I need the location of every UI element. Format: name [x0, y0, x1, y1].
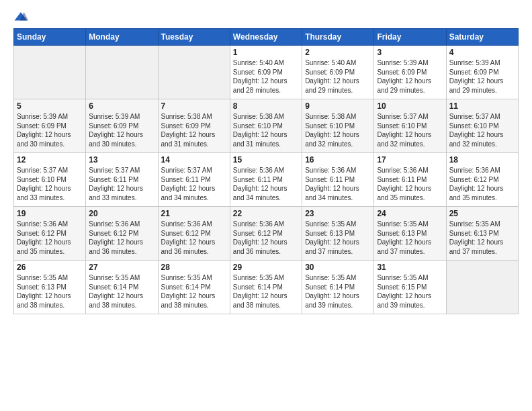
day-info: Sunrise: 5:37 AM Sunset: 6:11 PM Dayligh… [161, 166, 227, 202]
day-info: Sunrise: 5:36 AM Sunset: 6:11 PM Dayligh… [305, 166, 371, 202]
day-info: Sunrise: 5:35 AM Sunset: 6:13 PM Dayligh… [17, 273, 83, 310]
day-cell: 13Sunrise: 5:37 AM Sunset: 6:11 PM Dayli… [86, 153, 158, 207]
day-number: 12 [17, 155, 83, 165]
day-number: 8 [233, 101, 299, 111]
day-number: 25 [449, 209, 515, 218]
day-cell: 18Sunrise: 5:36 AM Sunset: 6:12 PM Dayli… [446, 153, 518, 207]
day-cell: 27Sunrise: 5:35 AM Sunset: 6:14 PM Dayli… [86, 261, 158, 314]
day-number: 20 [89, 209, 154, 218]
day-number: 26 [17, 263, 83, 272]
logo-icon [13, 11, 28, 23]
day-number: 29 [233, 263, 299, 272]
day-info: Sunrise: 5:36 AM Sunset: 6:11 PM Dayligh… [233, 166, 299, 202]
calendar-table: SundayMondayTuesdayWednesdayThursdayFrid… [13, 28, 519, 314]
day-info: Sunrise: 5:40 AM Sunset: 6:09 PM Dayligh… [233, 58, 299, 95]
week-row-4: 19Sunrise: 5:36 AM Sunset: 6:12 PM Dayli… [14, 207, 519, 261]
day-number: 31 [377, 263, 443, 272]
day-number: 11 [449, 101, 515, 111]
day-cell [86, 46, 158, 99]
day-number: 19 [17, 209, 83, 218]
day-info: Sunrise: 5:35 AM Sunset: 6:15 PM Dayligh… [377, 273, 443, 310]
week-row-5: 26Sunrise: 5:35 AM Sunset: 6:13 PM Dayli… [14, 261, 519, 314]
day-number: 13 [89, 155, 154, 165]
day-cell: 7Sunrise: 5:38 AM Sunset: 6:09 PM Daylig… [158, 99, 230, 153]
page: SundayMondayTuesdayWednesdayThursdayFrid… [0, 0, 532, 325]
day-cell: 8Sunrise: 5:38 AM Sunset: 6:10 PM Daylig… [230, 99, 302, 153]
day-cell [158, 46, 230, 99]
day-cell: 16Sunrise: 5:36 AM Sunset: 6:11 PM Dayli… [302, 153, 374, 207]
day-info: Sunrise: 5:35 AM Sunset: 6:14 PM Dayligh… [89, 273, 154, 310]
day-cell: 26Sunrise: 5:35 AM Sunset: 6:13 PM Dayli… [14, 261, 86, 314]
day-cell: 10Sunrise: 5:37 AM Sunset: 6:10 PM Dayli… [374, 99, 446, 153]
day-number: 16 [305, 155, 371, 165]
day-info: Sunrise: 5:38 AM Sunset: 6:10 PM Dayligh… [305, 112, 371, 148]
day-cell: 2Sunrise: 5:40 AM Sunset: 6:09 PM Daylig… [302, 46, 374, 99]
day-cell: 28Sunrise: 5:35 AM Sunset: 6:14 PM Dayli… [158, 261, 230, 314]
day-cell: 23Sunrise: 5:35 AM Sunset: 6:13 PM Dayli… [302, 207, 374, 261]
day-number: 28 [161, 263, 227, 272]
day-cell: 17Sunrise: 5:36 AM Sunset: 6:11 PM Dayli… [374, 153, 446, 207]
day-info: Sunrise: 5:36 AM Sunset: 6:12 PM Dayligh… [17, 220, 83, 256]
day-number: 15 [233, 155, 299, 165]
day-info: Sunrise: 5:36 AM Sunset: 6:12 PM Dayligh… [89, 220, 154, 256]
day-cell: 19Sunrise: 5:36 AM Sunset: 6:12 PM Dayli… [14, 207, 86, 261]
day-number: 14 [161, 155, 227, 165]
day-info: Sunrise: 5:35 AM Sunset: 6:14 PM Dayligh… [233, 273, 299, 310]
day-cell: 6Sunrise: 5:39 AM Sunset: 6:09 PM Daylig… [86, 99, 158, 153]
day-info: Sunrise: 5:40 AM Sunset: 6:09 PM Dayligh… [305, 58, 371, 95]
col-header-tuesday: Tuesday [158, 29, 230, 46]
day-info: Sunrise: 5:35 AM Sunset: 6:13 PM Dayligh… [377, 220, 443, 256]
col-header-monday: Monday [86, 29, 158, 46]
day-number: 9 [305, 101, 371, 111]
col-header-wednesday: Wednesday [230, 29, 302, 46]
day-info: Sunrise: 5:36 AM Sunset: 6:12 PM Dayligh… [449, 166, 515, 202]
day-info: Sunrise: 5:36 AM Sunset: 6:12 PM Dayligh… [161, 220, 227, 256]
day-info: Sunrise: 5:35 AM Sunset: 6:14 PM Dayligh… [161, 273, 227, 310]
day-info: Sunrise: 5:37 AM Sunset: 6:10 PM Dayligh… [377, 112, 443, 148]
day-number: 18 [449, 155, 515, 165]
day-number: 2 [305, 48, 371, 57]
header [13, 11, 519, 23]
col-header-sunday: Sunday [14, 29, 86, 46]
day-info: Sunrise: 5:39 AM Sunset: 6:09 PM Dayligh… [89, 112, 154, 148]
day-number: 1 [233, 48, 299, 57]
day-number: 5 [17, 101, 83, 111]
col-header-friday: Friday [374, 29, 446, 46]
day-info: Sunrise: 5:37 AM Sunset: 6:10 PM Dayligh… [17, 166, 83, 202]
day-cell: 12Sunrise: 5:37 AM Sunset: 6:10 PM Dayli… [14, 153, 86, 207]
day-info: Sunrise: 5:39 AM Sunset: 6:09 PM Dayligh… [17, 112, 83, 148]
day-number: 7 [161, 101, 227, 111]
day-cell: 9Sunrise: 5:38 AM Sunset: 6:10 PM Daylig… [302, 99, 374, 153]
day-cell [14, 46, 86, 99]
day-cell: 25Sunrise: 5:35 AM Sunset: 6:13 PM Dayli… [446, 207, 518, 261]
day-info: Sunrise: 5:39 AM Sunset: 6:09 PM Dayligh… [449, 58, 515, 95]
day-cell: 29Sunrise: 5:35 AM Sunset: 6:14 PM Dayli… [230, 261, 302, 314]
day-cell: 21Sunrise: 5:36 AM Sunset: 6:12 PM Dayli… [158, 207, 230, 261]
day-info: Sunrise: 5:36 AM Sunset: 6:11 PM Dayligh… [377, 166, 443, 202]
day-number: 10 [377, 101, 443, 111]
day-number: 22 [233, 209, 299, 218]
week-row-1: 1Sunrise: 5:40 AM Sunset: 6:09 PM Daylig… [14, 46, 519, 99]
day-info: Sunrise: 5:38 AM Sunset: 6:10 PM Dayligh… [233, 112, 299, 148]
week-row-3: 12Sunrise: 5:37 AM Sunset: 6:10 PM Dayli… [14, 153, 519, 207]
day-info: Sunrise: 5:38 AM Sunset: 6:09 PM Dayligh… [161, 112, 227, 148]
day-cell: 31Sunrise: 5:35 AM Sunset: 6:15 PM Dayli… [374, 261, 446, 314]
day-number: 4 [449, 48, 515, 57]
header-row: SundayMondayTuesdayWednesdayThursdayFrid… [14, 29, 519, 46]
day-cell: 15Sunrise: 5:36 AM Sunset: 6:11 PM Dayli… [230, 153, 302, 207]
day-cell: 22Sunrise: 5:36 AM Sunset: 6:12 PM Dayli… [230, 207, 302, 261]
day-cell: 5Sunrise: 5:39 AM Sunset: 6:09 PM Daylig… [14, 99, 86, 153]
day-cell: 24Sunrise: 5:35 AM Sunset: 6:13 PM Dayli… [374, 207, 446, 261]
day-number: 3 [377, 48, 443, 57]
day-number: 30 [305, 263, 371, 272]
day-number: 27 [89, 263, 154, 272]
day-cell: 3Sunrise: 5:39 AM Sunset: 6:09 PM Daylig… [374, 46, 446, 99]
day-info: Sunrise: 5:35 AM Sunset: 6:14 PM Dayligh… [305, 273, 371, 310]
week-row-2: 5Sunrise: 5:39 AM Sunset: 6:09 PM Daylig… [14, 99, 519, 153]
day-number: 24 [377, 209, 443, 218]
day-cell: 14Sunrise: 5:37 AM Sunset: 6:11 PM Dayli… [158, 153, 230, 207]
day-cell: 20Sunrise: 5:36 AM Sunset: 6:12 PM Dayli… [86, 207, 158, 261]
day-info: Sunrise: 5:37 AM Sunset: 6:10 PM Dayligh… [449, 112, 515, 148]
day-info: Sunrise: 5:39 AM Sunset: 6:09 PM Dayligh… [377, 58, 443, 95]
day-cell: 1Sunrise: 5:40 AM Sunset: 6:09 PM Daylig… [230, 46, 302, 99]
